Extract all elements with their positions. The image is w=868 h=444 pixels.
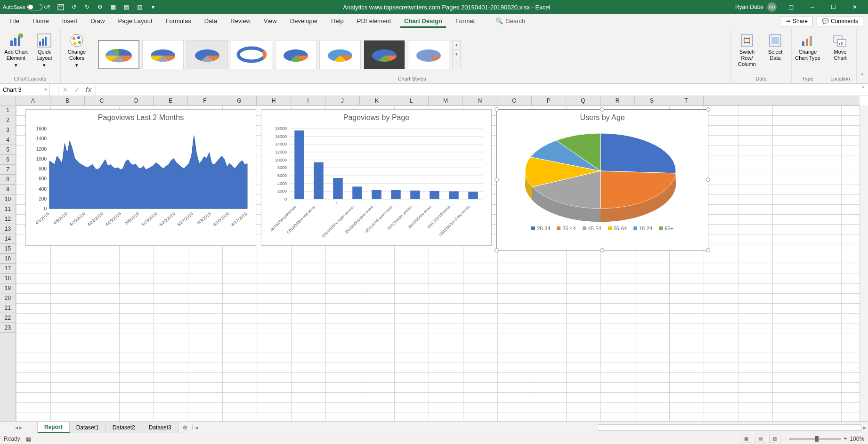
macro-recording-icon[interactable]: ▦ [26,436,31,442]
row-header[interactable]: 7 [0,165,16,175]
column-header[interactable]: F [188,96,222,105]
row-header[interactable]: 14 [0,234,16,244]
column-header[interactable]: S [635,96,669,105]
row-header[interactable]: 18 [0,274,16,283]
maximize-icon[interactable]: ☐ [823,0,844,14]
normal-view-button[interactable]: ▦ [741,435,752,443]
chart-style-2[interactable] [142,40,184,69]
tab-help[interactable]: Help [324,14,350,28]
cancel-formula-icon[interactable]: ✕ [62,85,68,94]
qat-item-icon[interactable]: ▾ [148,2,158,12]
user-account[interactable]: Ryan Dube RD [735,2,777,12]
qat-item-icon[interactable]: ▦ [108,2,119,12]
column-header[interactable]: O [497,96,532,105]
row-header[interactable]: 3 [0,125,16,135]
formula-input[interactable] [96,84,859,96]
tab-file[interactable]: File [3,14,26,28]
column-header[interactable]: B [50,96,85,105]
qat-item-icon[interactable]: ⚙ [95,2,105,12]
chevron-down-icon[interactable]: ▼ [44,88,48,92]
row-header[interactable]: 20 [0,293,16,303]
row-header[interactable]: 8 [0,175,16,185]
selection-handle[interactable] [706,107,710,112]
chart-style-5[interactable] [275,40,316,69]
chart-style-1[interactable] [98,40,139,69]
comments-button[interactable]: 💬 Comments [817,16,863,26]
vertical-scrollbar[interactable] [860,105,868,421]
tab-pdfelement[interactable]: PDFelement [350,14,397,28]
ribbon-display-options-icon[interactable]: ▢ [780,0,802,14]
row-header[interactable]: 19 [0,283,16,293]
zoom-out-button[interactable]: – [783,436,787,442]
change-colors-button[interactable]: Change Colors▾ [64,30,90,69]
name-box[interactable]: Chart 3 ▼ [0,84,50,96]
column-header[interactable]: E [154,96,188,105]
chart-style-8[interactable] [408,40,449,69]
chart-styles-more[interactable]: ▴▾⋯ [452,40,461,69]
row-header[interactable]: 15 [0,244,16,254]
row-header[interactable]: 12 [0,214,16,224]
column-header[interactable]: Q [566,96,600,105]
collapse-ribbon-icon[interactable]: ˄ [857,28,868,83]
zoom-slider[interactable] [789,438,841,440]
row-header[interactable]: 11 [0,204,16,214]
row-header[interactable]: 17 [0,264,16,274]
toggle-off-icon[interactable] [27,4,42,10]
column-header[interactable]: A [16,96,50,105]
move-chart-button[interactable]: Move Chart [827,30,853,61]
row-header[interactable]: 22 [0,313,16,323]
tab-home[interactable]: Home [26,14,56,28]
zoom-in-button[interactable]: + [844,436,847,442]
quick-layout-button[interactable]: Quick Layout▾ [31,30,57,69]
row-header[interactable]: 5 [0,145,16,155]
column-header[interactable]: D [119,96,154,105]
chart-style-6[interactable] [319,40,361,69]
column-header[interactable]: K [360,96,394,105]
change-chart-type-button[interactable]: Change Chart Type [795,30,821,61]
tab-review[interactable]: Review [224,14,257,28]
tab-formulas[interactable]: Formulas [159,14,198,28]
tab-chart-design[interactable]: Chart Design [397,14,449,28]
row-header[interactable]: 10 [0,194,16,204]
select-all-cell[interactable] [0,96,16,105]
tab-insert[interactable]: Insert [56,14,84,28]
share-button[interactable]: ➦ Share [781,16,813,26]
qat-item-icon[interactable]: ▥ [135,2,145,12]
chart-style-7[interactable] [364,40,405,69]
undo-icon[interactable]: ↺ [69,2,79,12]
row-header[interactable]: 23 [0,323,16,333]
row-header[interactable]: 9 [0,185,16,194]
column-header[interactable]: R [600,96,635,105]
expand-formula-bar-icon[interactable]: ˅ [859,84,868,96]
sheet-tab-dataset3[interactable]: Dataset3 [142,422,178,433]
row-header[interactable]: 4 [0,135,16,145]
sheet-tab-dataset1[interactable]: Dataset1 [70,422,106,433]
tell-me-search[interactable]: 🔍 Search [495,14,525,28]
page-break-view-button[interactable]: ▥ [769,435,780,443]
column-header[interactable]: P [532,96,566,105]
row-header[interactable]: 16 [0,254,16,264]
row-header[interactable]: 21 [0,303,16,313]
column-header[interactable]: T [669,96,704,105]
page-layout-view-button[interactable]: ▤ [755,435,766,443]
column-header[interactable]: I [291,96,325,105]
selection-handle[interactable] [495,178,499,182]
column-header[interactable]: L [394,96,429,105]
selection-handle[interactable] [495,107,499,112]
chart-style-4[interactable] [231,40,272,69]
sheet-tab-report[interactable]: Report [38,422,70,433]
selection-handle[interactable] [600,248,604,252]
chart-pageviews-months[interactable]: Pageviews Last 2 Months 0200400600800100… [25,109,256,246]
insert-function-icon[interactable]: fx [86,86,91,94]
tab-page-layout[interactable]: Page Layout [112,14,159,28]
save-icon[interactable] [56,2,66,12]
add-chart-element-button[interactable]: + Add Chart Element▾ [3,30,29,69]
sheet-tab-dataset2[interactable]: Dataset2 [106,422,142,433]
selection-handle[interactable] [706,248,710,252]
chart-style-3[interactable] [187,40,228,69]
selection-handle[interactable] [600,107,604,112]
qat-item-icon[interactable]: ▤ [122,2,132,12]
select-data-button[interactable]: Select Data [762,30,788,61]
column-header[interactable]: M [429,96,463,105]
zoom-level[interactable]: 100% [850,436,864,442]
